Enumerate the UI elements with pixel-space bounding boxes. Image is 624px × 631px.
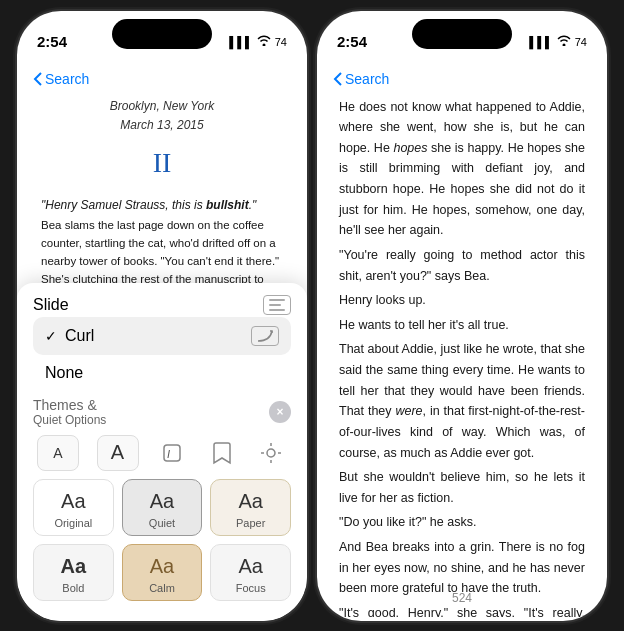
status-bar-left: 2:54 ▌▌▌ 74 xyxy=(17,11,307,61)
font-controls: A A I xyxy=(33,435,291,471)
nav-bar-left[interactable]: Search xyxy=(17,61,307,97)
book-location: Brooklyn, New York March 13, 2015 xyxy=(41,97,283,135)
check-icon: ✓ xyxy=(45,328,57,344)
back-button-right[interactable]: Search xyxy=(333,71,389,87)
battery-right-icon: 74 xyxy=(575,36,587,48)
overlay-panel: Slide ✓ Curl None xyxy=(17,283,307,621)
theme-paper[interactable]: Aa Paper xyxy=(210,479,291,536)
svg-rect-1 xyxy=(269,304,281,306)
theme-original[interactable]: Aa Original xyxy=(33,479,114,536)
nav-bar-right[interactable]: Search xyxy=(317,61,607,97)
brightness-icon[interactable] xyxy=(255,437,287,469)
font-style-icon[interactable]: I xyxy=(156,437,188,469)
svg-text:I: I xyxy=(167,448,170,460)
signal-bars-icon: ▌▌▌ xyxy=(229,36,252,48)
chapter-number: II xyxy=(41,141,283,186)
time-right: 2:54 xyxy=(337,33,367,50)
reading-content: He does not know what happened to Addie,… xyxy=(317,97,607,617)
small-font-button[interactable]: A xyxy=(37,435,79,471)
none-label: None xyxy=(45,364,83,382)
left-phone: 2:54 ▌▌▌ 74 Search xyxy=(17,11,307,621)
time-left: 2:54 xyxy=(37,33,67,50)
option-curl[interactable]: ✓ Curl xyxy=(33,317,291,355)
option-none[interactable]: None xyxy=(33,355,291,391)
status-bar-right: 2:54 ▌▌▌ 74 xyxy=(317,11,607,61)
phones-container: 2:54 ▌▌▌ 74 Search xyxy=(17,11,607,621)
svg-point-5 xyxy=(267,449,275,457)
large-font-button[interactable]: A xyxy=(97,435,139,471)
curl-icon xyxy=(251,326,279,346)
status-icons-left: ▌▌▌ 74 xyxy=(229,35,287,48)
battery-icon: 74 xyxy=(275,36,287,48)
theme-bold[interactable]: Aa Bold xyxy=(33,544,114,601)
theme-calm[interactable]: Aa Calm xyxy=(122,544,203,601)
theme-focus[interactable]: Aa Focus xyxy=(210,544,291,601)
slide-icon xyxy=(263,295,291,315)
themes-section-title: Themes & Quiet Options × xyxy=(33,397,291,427)
status-icons-right: ▌▌▌ 74 xyxy=(529,35,587,48)
close-button[interactable]: × xyxy=(269,401,291,423)
wifi-icon xyxy=(257,35,271,48)
slide-title: Slide xyxy=(33,296,69,314)
right-phone: 2:54 ▌▌▌ 74 Search xyxy=(317,11,607,621)
svg-rect-0 xyxy=(269,299,285,301)
bookmark-icon[interactable] xyxy=(206,437,238,469)
svg-rect-2 xyxy=(269,309,285,311)
theme-grid: Aa Original Aa Quiet Aa Paper Aa Bold xyxy=(33,479,291,601)
signal-right-icon: ▌▌▌ xyxy=(529,36,552,48)
back-button-left[interactable]: Search xyxy=(33,71,89,87)
theme-quiet[interactable]: Aa Quiet xyxy=(122,479,203,536)
curl-label: Curl xyxy=(65,327,94,345)
wifi-right-icon xyxy=(557,35,571,48)
page-number: 524 xyxy=(452,591,472,605)
